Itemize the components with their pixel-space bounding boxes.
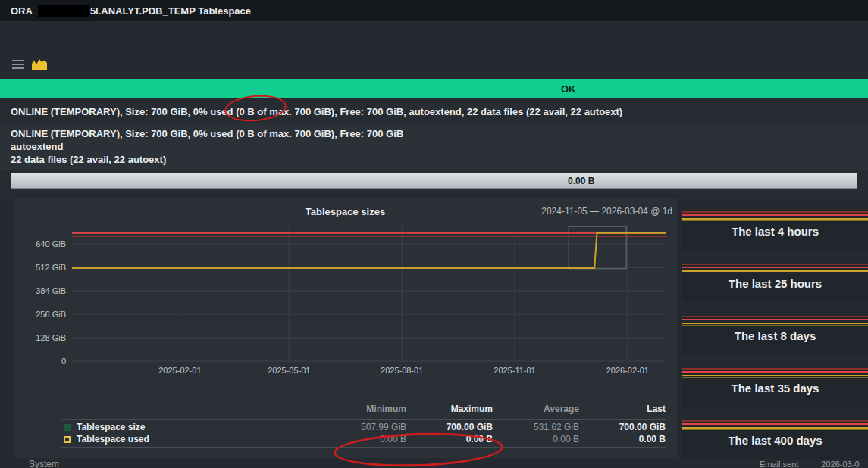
mini-graph-line-red <box>682 423 868 425</box>
tablespace-sizes-panel: Tablespace sizes 2024-11-05 — 2026-03-04… <box>14 198 677 458</box>
page-title: ORA5I.ANALYT.PDB_TEMP Tablespace <box>11 5 251 17</box>
svg-text:0: 0 <box>61 357 66 366</box>
details-line: 22 data files (22 avail, 22 autoext) <box>11 153 857 166</box>
mini-graph-line-yellow <box>682 270 868 272</box>
series-swatch-size <box>64 424 71 431</box>
svg-text:640 GiB: 640 GiB <box>36 239 66 248</box>
window-titlebar: ORA5I.ANALYT.PDB_TEMP Tablespace <box>0 0 868 21</box>
mini-graph-line-darkred <box>682 211 868 213</box>
legend-value: 700.00 GiB <box>406 422 493 432</box>
page-toolbar <box>12 58 47 70</box>
time-range-last-4-hours[interactable]: The last 4 hours <box>682 211 868 250</box>
svg-text:128 GiB: 128 GiB <box>36 333 66 342</box>
mini-graph-line-red <box>682 319 868 320</box>
time-range-last-25-hours[interactable]: The last 25 hours <box>682 263 868 302</box>
svg-text:512 GiB: 512 GiB <box>36 263 66 272</box>
legend-col-average: Average <box>493 404 579 414</box>
time-range-label: The last 400 days <box>682 434 868 447</box>
legend-value: 531.62 GiB <box>493 422 579 432</box>
legend-row-tablespace-used: Tablespace used 0.00 B 0.00 B 0.00 B 0.0… <box>61 433 666 445</box>
redacted-text <box>38 5 89 17</box>
service-summary: ONLINE (TEMPORARY), Size: 700 GiB, 0% us… <box>0 101 868 123</box>
mini-graph-line-olive <box>682 429 868 430</box>
menu-icon[interactable] <box>12 60 24 69</box>
legend-body: Tablespace size 507.99 GiB 700.00 GiB 53… <box>61 419 666 448</box>
svg-text:256 GiB: 256 GiB <box>36 310 66 319</box>
legend-value: 507.99 GiB <box>320 422 406 432</box>
mini-graph-line-red <box>682 214 868 216</box>
mini-graph-line-yellow <box>682 218 868 220</box>
series-label-cell: Tablespace used <box>61 434 320 445</box>
page-title-suffix: 5I.ANALYT.PDB_TEMP Tablespace <box>90 5 251 17</box>
email-sent-label: Email sent <box>760 460 798 468</box>
mini-graph-line-darkred <box>682 368 868 370</box>
details-line: autoextend <box>11 140 857 153</box>
series-label: Tablespace size <box>77 422 146 432</box>
mini-graph-line-darkred <box>682 264 868 265</box>
series-label: Tablespace used <box>77 434 149 445</box>
legend-col-last: Last <box>579 404 666 414</box>
service-summary-text: ONLINE (TEMPORARY), Size: 700 GiB, 0% us… <box>11 106 622 117</box>
series-label-cell: Tablespace size <box>61 422 320 432</box>
chart-legend: Minimum Maximum Average Last Tablespace … <box>61 399 666 448</box>
series-swatch-used <box>64 436 71 443</box>
mini-graph-line-olive <box>682 273 868 273</box>
mini-graph-line-red <box>682 371 868 373</box>
chart-time-range: 2024-11-05 — 2026-03-04 @ 1d <box>541 206 672 217</box>
legend-value: 0.00 B <box>579 434 666 445</box>
details-line: ONLINE (TEMPORARY), Size: 700 GiB, 0% us… <box>11 127 857 140</box>
legend-col-minimum: Minimum <box>320 404 406 414</box>
email-date: 2026-03-0 <box>821 460 859 468</box>
graph-icon[interactable] <box>32 58 47 70</box>
mini-graph-line-olive <box>682 325 868 326</box>
service-details: ONLINE (TEMPORARY), Size: 700 GiB, 0% us… <box>0 123 868 170</box>
svg-text:2025-02-01: 2025-02-01 <box>158 366 201 375</box>
page-title-prefix: ORA <box>11 5 33 17</box>
mini-graph-line-yellow <box>682 427 868 429</box>
time-range-label: The last 25 hours <box>682 277 868 290</box>
time-range-label: The last 35 days <box>682 382 868 395</box>
mini-graph-line-red <box>682 267 868 268</box>
svg-text:384 GiB: 384 GiB <box>36 286 66 295</box>
tablespace-chart[interactable]: 640 GiB512 GiB384 GiB256 GiB128 GiB02025… <box>14 220 677 382</box>
legend-row-tablespace-size: Tablespace size 507.99 GiB 700.00 GiB 53… <box>61 421 666 433</box>
legend-header: Minimum Maximum Average Last <box>61 399 666 419</box>
legend-value: 0.00 B <box>493 434 579 445</box>
mini-graph-line-olive <box>682 220 868 221</box>
svg-text:2026-02-01: 2026-02-01 <box>606 366 649 375</box>
time-range-last-400-days[interactable]: The last 400 days <box>682 420 868 459</box>
time-range-label: The last 4 hours <box>682 225 868 238</box>
svg-text:2025-08-01: 2025-08-01 <box>381 366 423 375</box>
time-range-last-35-days[interactable]: The last 35 days <box>682 367 868 407</box>
time-range-label: The last 8 days <box>682 329 868 342</box>
mini-graph-line-darkred <box>682 420 868 422</box>
svg-text:2025-05-01: 2025-05-01 <box>268 366 310 375</box>
mini-graph-line-yellow <box>682 323 868 324</box>
status-ok-bar: OK <box>0 79 868 98</box>
perfometer: 0.00 B <box>11 173 857 189</box>
mini-graph-line-darkred <box>682 316 868 317</box>
footer-system-label: System <box>29 459 59 468</box>
status-ok-label: OK <box>561 83 576 95</box>
perfometer-value: 0.00 B <box>568 176 594 186</box>
svg-text:2025-11-01: 2025-11-01 <box>494 366 535 375</box>
time-range-last-8-days[interactable]: The last 8 days <box>682 315 868 354</box>
legend-value: 700.00 GiB <box>579 422 666 432</box>
legend-value: 0.00 B <box>406 434 493 445</box>
perfometer-row: 0.00 B <box>0 170 868 195</box>
time-range-sidebar: The last 4 hours The last 25 hours The l… <box>682 211 868 468</box>
legend-value: 0.00 B <box>320 434 406 445</box>
legend-col-maximum: Maximum <box>406 404 493 414</box>
mini-graph-line-yellow <box>682 375 868 376</box>
footer-email-status: Email sent 2026-03-0 <box>760 460 860 468</box>
mini-graph-line-olive <box>682 377 868 378</box>
